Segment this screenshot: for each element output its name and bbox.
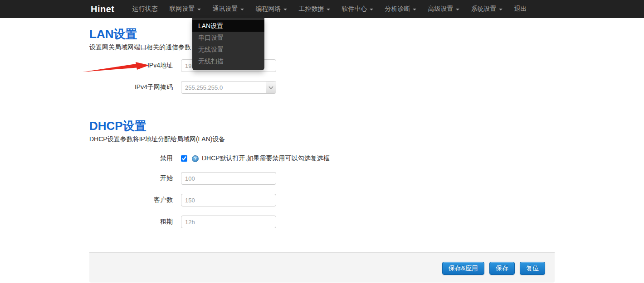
dropdown-item-lan-settings[interactable]: LAN设置	[192, 20, 264, 32]
lan-settings-section: LAN设置 设置网关局域网端口相关的通信参数 IPv4地址 IPv4子网掩码 2…	[89, 27, 555, 94]
chevron-down-icon	[283, 9, 287, 10]
nav-item-analysis-diagnosis[interactable]: 分析诊断	[379, 0, 422, 18]
nav-item-label: 运行状态	[132, 5, 158, 13]
ipv4-address-row: IPv4地址	[89, 59, 555, 72]
nav-menu: 运行状态 联网设置 通讯设置 编程网络 工控数据 软件中心 分析诊断 高级设置 …	[127, 0, 533, 18]
nav-item-system-settings[interactable]: 系统设置	[465, 0, 508, 18]
dropdown-item-wireless-scan[interactable]: 无线扫描	[192, 55, 264, 67]
subnet-mask-label: IPv4子网掩码	[89, 83, 181, 91]
subnet-mask-value: 255.255.255.0	[181, 82, 266, 93]
help-question-icon: ?	[192, 155, 199, 162]
dropdown-item-serial-settings[interactable]: 串口设置	[192, 32, 264, 43]
dhcp-clients-row: 客户数	[89, 194, 555, 206]
chevron-down-icon	[499, 9, 503, 10]
save-button[interactable]: 保存	[489, 262, 515, 275]
chevron-down-icon	[413, 9, 416, 10]
dhcp-lease-input[interactable]	[181, 216, 276, 228]
chevron-down-icon	[456, 9, 459, 10]
nav-item-label: 软件中心	[342, 5, 367, 13]
dropdown-item-wireless-settings[interactable]: 无线设置	[192, 43, 264, 55]
main-content: LAN设置 设置网关局域网端口相关的通信参数 IPv4地址 IPv4子网掩码 2…	[89, 27, 555, 228]
nav-item-label: 通讯设置	[213, 5, 238, 13]
select-dropdown-button[interactable]	[266, 82, 276, 93]
ipv4-address-label: IPv4地址	[89, 62, 181, 70]
comm-settings-dropdown: LAN设置 串口设置 无线设置 无线扫描	[192, 18, 264, 70]
dhcp-start-input[interactable]	[181, 172, 276, 185]
nav-item-label: 联网设置	[170, 5, 195, 13]
reset-button[interactable]: 复位	[520, 262, 545, 275]
lan-section-subtitle: 设置网关局域网端口相关的通信参数	[89, 43, 555, 51]
lan-section-title: LAN设置	[89, 27, 555, 41]
dhcp-disable-row: 禁用 ? DHCP默认打开,如果需要禁用可以勾选复选框	[89, 154, 555, 163]
subnet-mask-row: IPv4子网掩码 255.255.255.0	[89, 81, 555, 94]
brand-logo[interactable]: Hinet	[91, 4, 115, 14]
chevron-down-icon	[240, 9, 244, 10]
dhcp-section-subtitle: DHCP设置参数将IP地址分配给局域网(LAN)设备	[89, 135, 555, 143]
dhcp-settings-section: DHCP设置 DHCP设置参数将IP地址分配给局域网(LAN)设备 禁用 ? D…	[89, 119, 555, 228]
nav-item-label: 分析诊断	[385, 5, 410, 13]
nav-item-label: 高级设置	[428, 5, 454, 13]
nav-item-label: 系统设置	[471, 5, 497, 13]
chevron-down-icon	[370, 9, 373, 10]
subnet-mask-select[interactable]: 255.255.255.0	[181, 81, 276, 94]
chevron-down-icon	[327, 9, 330, 10]
nav-item-industrial-data[interactable]: 工控数据	[293, 0, 336, 18]
dhcp-lease-label: 租期	[89, 218, 181, 226]
nav-item-running-status[interactable]: 运行状态	[127, 0, 164, 18]
chevron-down-icon	[269, 84, 273, 89]
dhcp-disable-checkbox[interactable]	[181, 155, 187, 162]
dhcp-start-label: 开始	[89, 174, 181, 182]
navbar-inner: Hinet 运行状态 联网设置 通讯设置 编程网络 工控数据 软件中心 分析诊断…	[89, 0, 555, 18]
dhcp-clients-input[interactable]	[181, 194, 276, 206]
nav-item-comm-settings[interactable]: 通讯设置	[207, 0, 250, 18]
dhcp-disable-label: 禁用	[89, 154, 181, 163]
nav-item-label: 退出	[514, 5, 527, 13]
nav-item-label: 工控数据	[299, 5, 324, 13]
nav-item-programming-network[interactable]: 编程网络	[250, 0, 293, 18]
action-footer-bar: 保存&应用 保存 复位	[89, 252, 555, 283]
nav-item-label: 编程网络	[256, 5, 281, 13]
save-apply-button[interactable]: 保存&应用	[442, 262, 484, 275]
chevron-down-icon	[197, 9, 201, 10]
dhcp-clients-label: 客户数	[89, 196, 181, 204]
top-navbar: Hinet 运行状态 联网设置 通讯设置 编程网络 工控数据 软件中心 分析诊断…	[0, 0, 644, 18]
dhcp-section-title: DHCP设置	[89, 119, 555, 133]
nav-item-software-center[interactable]: 软件中心	[336, 0, 379, 18]
dhcp-start-row: 开始	[89, 172, 555, 185]
dhcp-disable-note: DHCP默认打开,如果需要禁用可以勾选复选框	[202, 154, 330, 163]
nav-item-network-settings[interactable]: 联网设置	[164, 0, 207, 18]
nav-item-logout[interactable]: 退出	[508, 0, 533, 18]
dhcp-lease-row: 租期	[89, 216, 555, 228]
nav-item-advanced-settings[interactable]: 高级设置	[422, 0, 465, 18]
